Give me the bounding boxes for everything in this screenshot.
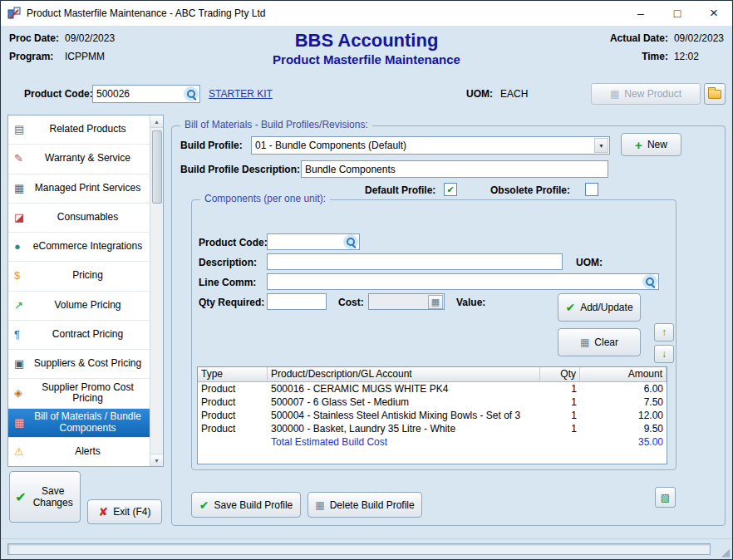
component-product-code-label: Product Code: — [199, 237, 268, 248]
cell-qty: 1 — [540, 422, 580, 435]
product-name-link[interactable]: STARTER KIT — [209, 88, 273, 100]
new-product-button[interactable]: ▦ New Product — [591, 83, 701, 105]
consumables-icon: ◪ — [14, 211, 24, 224]
sidebar-item-alerts[interactable]: ⚠ Alerts — [8, 438, 150, 466]
components-group-title: Components (per one unit): — [200, 193, 330, 204]
cell-type: Product — [198, 422, 268, 435]
globe-icon: ● — [14, 241, 21, 253]
save-changes-button[interactable]: ✔ Save Changes — [9, 471, 81, 523]
maximize-icon: □ — [674, 7, 681, 20]
sidebar-item-bill-of-materials[interactable]: ▦ Bill of Materials / Bundle Components — [8, 409, 150, 438]
move-down-button[interactable]: ↓ — [654, 345, 674, 363]
table-row[interactable]: Product 500007 - 6 Glass Set - Medium 1 … — [198, 395, 667, 409]
open-folder-button[interactable] — [704, 83, 726, 105]
check-icon: ✔ — [565, 301, 575, 314]
component-product-code-input[interactable] — [268, 236, 343, 248]
cell-amount: 12.00 — [580, 409, 667, 422]
sidebar-item-volume-pricing[interactable]: ↗ Volume Pricing — [8, 292, 150, 321]
obsolete-profile-checkbox[interactable] — [585, 183, 598, 196]
sidebar-item-label: Contract Pricing — [52, 329, 123, 341]
check-icon: ✔ — [199, 499, 209, 512]
clear-button[interactable]: ▦ Clear — [558, 328, 641, 356]
col-header-qty[interactable]: Qty — [540, 367, 580, 382]
calculator-button[interactable]: ▦ — [428, 295, 443, 309]
sidebar-item-label: Related Products — [49, 124, 125, 135]
header: Proc Date: 09/02/2023 Program: ICPPMM BB… — [1, 27, 732, 78]
minimize-button[interactable]: – — [622, 1, 659, 26]
qty-required-field — [267, 293, 327, 310]
product-lookup-button[interactable] — [184, 86, 199, 101]
add-update-button[interactable]: ✔ Add/Update — [558, 293, 641, 322]
profile-description-field — [301, 160, 608, 178]
scrollbar-thumb[interactable] — [152, 130, 162, 204]
col-header-description[interactable]: Product/Description/GL Account — [268, 367, 540, 382]
sidebar-item-pricing[interactable]: $ Pricing — [8, 262, 150, 291]
calculator-icon: ▦ — [431, 297, 440, 307]
cell-description: 500004 - Stainless Steel Antiskid Mixing… — [268, 409, 540, 422]
new-profile-button[interactable]: + New — [621, 133, 681, 156]
clear-label: Clear — [594, 336, 618, 348]
export-button[interactable]: ▧ — [655, 487, 676, 508]
maximize-button[interactable]: □ — [659, 1, 696, 26]
component-description-input[interactable] — [268, 256, 562, 268]
search-icon — [346, 237, 357, 248]
sidebar-list: ▤ Related Products ✎ Warranty & Service … — [8, 115, 150, 466]
sidebar-item-suppliers-cost[interactable]: ▣ Suppliers & Cost Pricing — [8, 350, 150, 379]
delete-build-profile-button[interactable]: ▦ Delete Build Profile — [307, 492, 422, 518]
cross-icon: ✘ — [98, 505, 108, 518]
product-code-input[interactable] — [93, 88, 184, 100]
qty-required-input[interactable] — [268, 296, 326, 307]
line-comm-input[interactable] — [268, 276, 642, 287]
cost-input[interactable] — [369, 296, 428, 307]
sidebar-item-warranty-service[interactable]: ✎ Warranty & Service — [8, 145, 150, 174]
sidebar-item-consumables[interactable]: ◪ Consumables — [8, 204, 150, 233]
contract-icon: ¶ — [14, 328, 20, 341]
scroll-up-button[interactable]: ▲ — [150, 115, 163, 128]
obsolete-profile-label: Obsolete Profile: — [490, 184, 570, 196]
profile-description-label: Build Profile Description: — [180, 164, 300, 175]
col-header-type[interactable]: Type — [198, 367, 268, 382]
resize-grip[interactable]: ◢ — [721, 547, 730, 558]
sidebar-item-label: Bill of Materials / Bundle Components — [30, 411, 145, 435]
exit-button[interactable]: ✘ Exit (F4) — [87, 499, 162, 524]
sidebar-item-supplier-promo[interactable]: ◈ Supplier Promo Cost Pricing — [8, 379, 150, 408]
default-profile-checkbox[interactable]: ✔ — [444, 183, 457, 196]
time-label: Time: — [610, 51, 668, 62]
checkbox-check-icon: ✔ — [446, 184, 454, 195]
save-build-profile-button[interactable]: ✔ Save Build Profile — [191, 492, 301, 518]
actual-date-label: Actual Date: — [610, 32, 668, 44]
sidebar-item-label: Warranty & Service — [45, 153, 130, 165]
sidebar-item-label: eCommerce Integrations — [33, 241, 142, 253]
cell-description: 300000 - Basket, Laundry 35 Litre - Whit… — [268, 422, 540, 435]
close-button[interactable]: × — [696, 1, 732, 26]
build-profile-label: Build Profile: — [180, 140, 243, 151]
default-profile-label: Default Profile: — [365, 184, 435, 196]
suppliers-icon: ▣ — [14, 358, 24, 371]
total-amount: 35.00 — [580, 435, 667, 449]
table-row[interactable]: Product 500004 - Stainless Steel Antiski… — [198, 409, 667, 422]
table-row[interactable]: Product 300000 - Basket, Laundry 35 Litr… — [198, 422, 667, 435]
table-row[interactable]: Product 500016 - CERAMIC MUGS WHITE PK4 … — [198, 382, 667, 395]
related-products-icon: ▤ — [14, 124, 24, 136]
save-changes-label: Save Changes — [32, 485, 75, 508]
warranty-icon: ✎ — [14, 153, 23, 165]
line-comm-lookup-button[interactable] — [642, 274, 657, 289]
sidebar-item-contract-pricing[interactable]: ¶ Contract Pricing — [8, 321, 150, 350]
sidebar-item-managed-print[interactable]: ▦ Managed Print Services — [8, 174, 150, 204]
move-up-button[interactable]: ↑ — [654, 323, 674, 341]
scroll-up-icon: ▲ — [154, 119, 160, 125]
build-profile-dropdown[interactable]: 01 - Bundle Components (Default) ▼ — [251, 136, 610, 155]
profile-description-input[interactable] — [302, 164, 608, 175]
warning-icon: ⚠ — [14, 445, 24, 458]
scroll-down-button[interactable]: ▼ — [150, 454, 163, 466]
table-total-row: Total Estimated Build Cost 35.00 — [198, 435, 667, 449]
sidebar-item-ecommerce[interactable]: ● eCommerce Integrations — [8, 233, 150, 262]
status-bar: ◢ — [1, 538, 732, 559]
search-icon — [186, 89, 197, 100]
col-header-amount[interactable]: Amount — [580, 367, 667, 382]
cell-type: Product — [198, 382, 268, 395]
table-header-row: Type Product/Description/GL Account Qty … — [198, 367, 667, 382]
component-lookup-button[interactable] — [343, 234, 358, 249]
titlebar: Product Masterfile Maintenance - ABC Tra… — [1, 1, 732, 26]
sidebar-item-related-products[interactable]: ▤ Related Products — [8, 115, 150, 145]
